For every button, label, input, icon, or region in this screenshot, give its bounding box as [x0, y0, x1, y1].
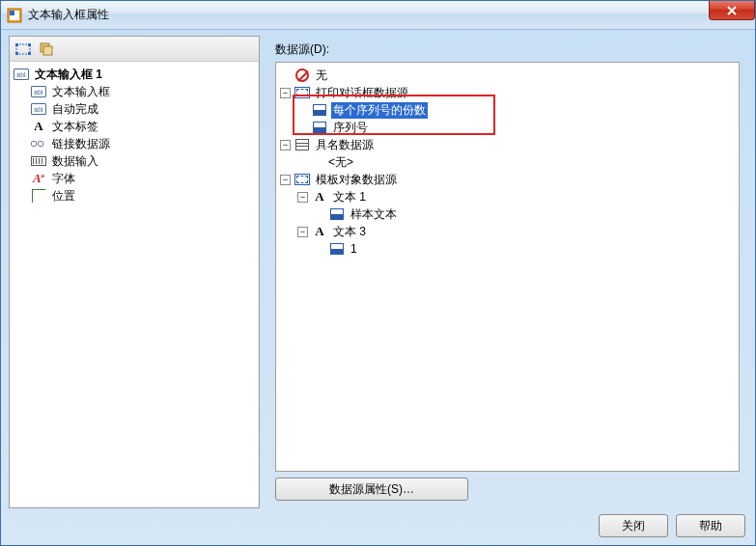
ds-copies-per-serial[interactable]: 每个序列号的份数 — [295, 101, 737, 119]
ds-text-1[interactable]: − A 文本 1 — [295, 188, 737, 205]
field-icon — [329, 206, 345, 222]
collapse-icon[interactable]: − — [297, 227, 308, 237]
abl-icon: abl — [31, 84, 46, 99]
ds-text-3[interactable]: − A 文本 3 — [295, 223, 737, 240]
svg-rect-8 — [15, 52, 18, 55]
datasource-properties-button[interactable]: 数据源属性(S)… — [275, 478, 468, 501]
ds-none[interactable]: 无 — [278, 67, 737, 84]
close-button[interactable] — [709, 1, 755, 20]
close-dialog-button[interactable]: 关闭 — [599, 514, 668, 537]
collapse-icon[interactable]: − — [297, 192, 308, 203]
ds-text-3-value[interactable]: 1 — [313, 240, 737, 258]
tree-item-position[interactable]: 位置 — [29, 187, 257, 205]
field-icon — [329, 241, 345, 257]
letter-a-icon: A — [312, 189, 327, 205]
no-icon — [294, 68, 310, 83]
datasource-label: 数据源(D): — [275, 41, 740, 58]
tree-item-autocomplete[interactable]: abl 自动完成 — [29, 100, 257, 118]
template-icon — [294, 172, 310, 187]
ds-template-objects[interactable]: − 模板对象数据源 — [278, 171, 737, 188]
field-icon — [312, 102, 327, 118]
group-icon — [294, 137, 310, 152]
position-icon — [31, 188, 46, 204]
ds-serial[interactable]: 序列号 — [295, 119, 737, 136]
footer-buttons: 关闭 帮助 — [599, 514, 745, 537]
ds-print-dialog[interactable]: − 打印对话框数据源 — [278, 84, 737, 101]
letter-a-icon: A — [31, 119, 46, 134]
svg-rect-2 — [10, 11, 14, 15]
letter-a-icon: A — [312, 224, 327, 239]
collapse-icon[interactable]: − — [280, 88, 291, 98]
link-icon — [31, 136, 46, 151]
ds-named[interactable]: − 具名数据源 — [278, 136, 737, 153]
app-icon — [7, 8, 22, 23]
ds-text-1-value[interactable]: 样本文本 — [313, 205, 737, 223]
close-icon — [726, 6, 738, 15]
abl-icon: abl — [31, 101, 46, 117]
svg-rect-7 — [28, 43, 31, 46]
help-button[interactable]: 帮助 — [676, 514, 745, 537]
collapse-icon[interactable]: − — [280, 175, 291, 185]
tree-item-link-datasource[interactable]: 链接数据源 — [29, 135, 257, 152]
svg-rect-9 — [28, 52, 31, 55]
datasource-tree[interactable]: 无 − 打印对话框数据源 每个序列号的份数 — [275, 62, 740, 472]
titlebar: 文本输入框属性 — [1, 1, 755, 30]
abl-icon: abl — [14, 67, 29, 82]
font-icon: Aa — [31, 171, 46, 186]
tree-item-font[interactable]: Aa 字体 — [29, 170, 257, 187]
left-tree[interactable]: abl 文本输入框 1 abl 文本输入框 abl 自动完成 — [10, 62, 259, 507]
field-icon — [312, 120, 327, 135]
left-panel: abl 文本输入框 1 abl 文本输入框 abl 自动完成 — [9, 36, 260, 508]
svg-rect-6 — [15, 43, 18, 46]
left-toolbar — [10, 37, 259, 62]
tree-item-data-input[interactable]: 数据输入 — [29, 152, 257, 170]
keyboard-icon — [31, 153, 46, 169]
right-panel: 数据源(D): 无 − 打印对话框数据源 — [267, 36, 747, 508]
svg-rect-11 — [43, 46, 52, 55]
collapse-icon[interactable]: − — [280, 140, 291, 150]
svg-rect-5 — [16, 44, 30, 54]
toolbar-copy-icon[interactable] — [37, 40, 56, 59]
tree-root-label: 文本输入框 1 — [33, 67, 104, 83]
template-icon — [294, 85, 310, 100]
window-title: 文本输入框属性 — [28, 7, 109, 23]
tree-item-textlabel[interactable]: A 文本标签 — [29, 118, 257, 135]
toolbar-select-icon[interactable] — [14, 40, 33, 59]
ds-named-none[interactable]: <无> — [295, 153, 737, 171]
tree-root[interactable]: abl 文本输入框 1 — [12, 66, 257, 83]
tree-item-textbox[interactable]: abl 文本输入框 — [29, 83, 257, 100]
